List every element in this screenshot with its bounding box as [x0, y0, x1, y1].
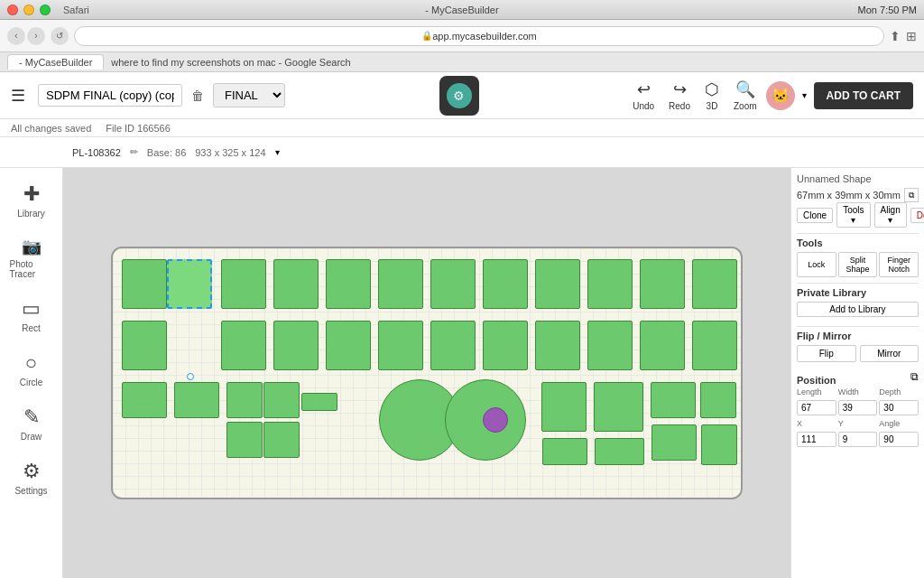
edit-shape-icon[interactable]: ✏ [130, 146, 138, 158]
shape-rect-7[interactable] [430, 259, 476, 309]
close-button[interactable] [7, 5, 18, 15]
selection-handle[interactable] [187, 373, 194, 380]
shape-rect-28[interactable] [226, 422, 263, 458]
filename-input[interactable] [38, 84, 182, 107]
shape-rect-21[interactable] [587, 321, 633, 370]
logo-inner: ⚙ [447, 83, 472, 108]
shape-rect-15[interactable] [273, 321, 319, 370]
shape-rect-9[interactable] [535, 259, 580, 309]
shape-rect-14[interactable] [221, 321, 266, 370]
tab-icon[interactable]: ⊞ [906, 29, 917, 43]
shape-rect-3[interactable] [221, 259, 266, 309]
shape-rect-23[interactable] [692, 321, 737, 370]
y-input[interactable] [838, 432, 878, 447]
mirror-button[interactable]: Mirror [860, 345, 919, 362]
shape-rect-27[interactable] [263, 382, 300, 418]
add-library-button[interactable]: Add to Library [797, 302, 919, 317]
circle-label: Circle [20, 378, 43, 387]
reload-button[interactable]: ↺ [51, 27, 69, 45]
sidebar-item-settings[interactable]: ⚙ Settings [5, 454, 59, 501]
expand-icon[interactable]: ▾ [275, 147, 280, 157]
shape-rect-5[interactable] [326, 259, 371, 309]
maximize-button[interactable] [40, 5, 51, 15]
flip-button[interactable]: Flip [797, 345, 856, 362]
3d-button[interactable]: ⬡ 3D [705, 79, 719, 111]
add-to-cart-button[interactable]: ADD TO CART [814, 82, 913, 109]
browser-bar: ‹ › ↺ 🔒 app.mycasebuilder.com ⬆ ⊞ [0, 20, 924, 52]
tools-button[interactable]: Tools ▾ [836, 202, 870, 228]
sidebar-item-phototracer[interactable]: 📷 Photo Tracer [5, 231, 59, 284]
delete-button[interactable]: Delete [910, 208, 924, 223]
shape-rect-13[interactable] [122, 321, 167, 370]
zoom-button[interactable]: 🔍 Zoom [734, 79, 757, 111]
length-input[interactable] [797, 400, 836, 415]
shape-rect-6[interactable] [378, 259, 423, 309]
version-select[interactable]: FINAL [213, 83, 285, 107]
x-input[interactable] [797, 432, 836, 447]
align-button[interactable]: Align ▾ [874, 202, 907, 228]
draw-icon: ✎ [23, 406, 40, 429]
sidebar-item-library[interactable]: ✚ Library [5, 177, 59, 224]
copy-dims-button[interactable]: ⧉ [904, 188, 919, 202]
minimize-button[interactable] [23, 5, 34, 15]
undo-button[interactable]: ↩ Undo [633, 79, 654, 111]
shape-rect-38[interactable] [701, 424, 737, 465]
lock-button[interactable]: Lock [797, 252, 836, 277]
shape-rect-36[interactable] [595, 438, 644, 465]
shape-rect-12[interactable] [692, 259, 737, 309]
panel-action-row: Clone Tools ▾ Align ▾ Delete [797, 202, 919, 228]
url-bar[interactable]: 🔒 app.mycasebuilder.com [74, 26, 884, 46]
shape-rect-30[interactable] [301, 393, 337, 411]
canvas-area[interactable] [63, 168, 790, 578]
shape-rect-16[interactable] [326, 321, 371, 370]
shape-rect-31[interactable] [541, 382, 587, 432]
shape-rect-11[interactable] [640, 259, 685, 309]
active-tab[interactable]: - MyCaseBuilder [7, 54, 104, 70]
clone-button[interactable]: Clone [797, 208, 833, 223]
shape-rect-29[interactable] [263, 422, 300, 458]
finger-notch-button[interactable]: Finger Notch [879, 252, 919, 277]
hamburger-menu[interactable]: ☰ [11, 86, 25, 106]
position-header-row: Position ⧉ [797, 366, 919, 387]
shape-rect-32[interactable] [594, 382, 643, 432]
search-tab[interactable]: where to find my screenshots on mac - Go… [104, 55, 357, 70]
shape-rect-19[interactable] [483, 321, 528, 370]
changes-status: All changes saved [11, 123, 91, 134]
shape-rect-26[interactable] [226, 382, 263, 418]
back-button[interactable]: ‹ [7, 27, 25, 45]
shape-rect-37[interactable] [651, 424, 697, 461]
shape-rect-20[interactable] [535, 321, 580, 370]
shape-rect-selected[interactable] [167, 259, 212, 309]
delete-file-button[interactable]: 🗑 [191, 89, 204, 103]
avatar-arrow[interactable]: ▾ [802, 90, 807, 100]
shape-rect-8[interactable] [483, 259, 528, 309]
shape-info-bar: PL-108362 ✏ Base: 86 933 x 325 x 124 ▾ [0, 137, 924, 168]
sidebar-item-draw[interactable]: ✎ Draw [5, 400, 59, 447]
shape-rect-22[interactable] [640, 321, 685, 370]
forward-button[interactable]: › [27, 27, 45, 45]
width-input[interactable] [838, 400, 878, 415]
sidebar-item-circle[interactable]: ○ Circle [5, 346, 59, 393]
user-avatar[interactable]: 🐱 [766, 81, 795, 110]
settings-label: Settings [14, 486, 47, 496]
shape-rect-35[interactable] [542, 438, 587, 465]
shape-rect-17[interactable] [378, 321, 423, 370]
shape-rect-33[interactable] [651, 382, 696, 418]
case-canvas[interactable] [111, 247, 743, 499]
split-shape-button[interactable]: Split Shape [838, 252, 878, 277]
shape-rect-24[interactable] [122, 382, 167, 418]
shape-rect-4[interactable] [273, 259, 319, 309]
shape-rect-18[interactable] [430, 321, 476, 370]
shape-rect-34[interactable] [700, 382, 736, 418]
angle-input[interactable] [879, 432, 919, 447]
window-controls: Safari [7, 5, 89, 15]
depth-input[interactable] [879, 400, 919, 415]
shape-circle-purple[interactable] [483, 407, 508, 433]
redo-button[interactable]: ↪ Redo [669, 79, 690, 111]
position-copy-icon[interactable]: ⧉ [910, 370, 919, 383]
shape-rect-10[interactable] [587, 259, 633, 309]
sidebar-item-rect[interactable]: ▭ Rect [5, 292, 59, 339]
shape-rect-25[interactable] [174, 382, 219, 418]
share-icon[interactable]: ⬆ [890, 29, 901, 43]
shape-rect-1[interactable] [122, 259, 167, 309]
